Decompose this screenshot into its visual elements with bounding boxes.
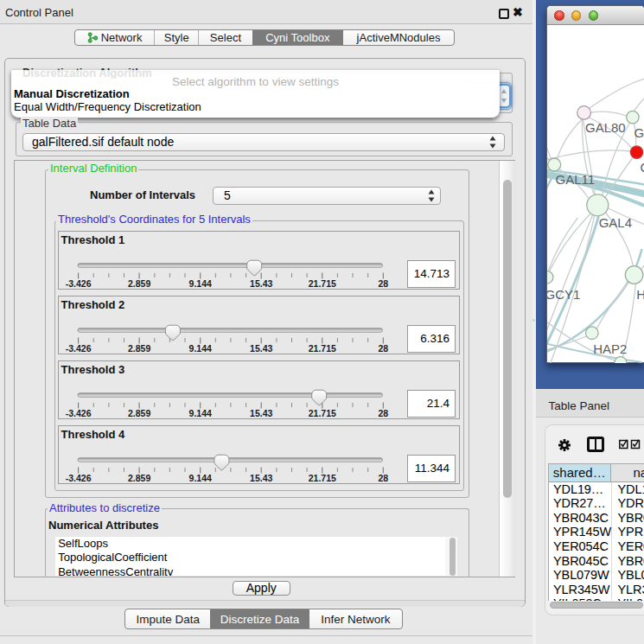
svg-text:2.859: 2.859	[128, 408, 150, 418]
svg-text:-3.426: -3.426	[66, 343, 92, 354]
svg-text:HAP2: HAP2	[593, 341, 627, 356]
svg-text:-3.426: -3.426	[66, 408, 92, 418]
svg-text:15.43: 15.43	[250, 343, 272, 354]
svg-text:9.144: 9.144	[189, 343, 212, 354]
svg-text:-3.426: -3.426	[66, 473, 92, 483]
svg-text:9.144: 9.144	[189, 278, 212, 289]
svg-text:15.43: 15.43	[250, 408, 272, 418]
svg-text:28: 28	[378, 473, 388, 483]
svg-text:GAL80: GAL80	[585, 120, 626, 135]
svg-text:28: 28	[378, 278, 388, 289]
svg-text:28: 28	[378, 408, 388, 418]
svg-text:C: C	[640, 160, 644, 175]
svg-text:21.715: 21.715	[309, 278, 336, 289]
svg-text:21.715: 21.715	[309, 408, 336, 418]
svg-text:15.43: 15.43	[250, 473, 272, 483]
svg-text:9.144: 9.144	[189, 473, 212, 483]
svg-text:GCY1: GCY1	[547, 287, 580, 302]
svg-text:15.43: 15.43	[250, 278, 272, 289]
svg-text:GAL11: GAL11	[555, 172, 595, 187]
svg-text:2.859: 2.859	[128, 278, 150, 289]
svg-text:H: H	[636, 287, 644, 302]
svg-text:GA: GA	[634, 125, 644, 140]
svg-text:9.144: 9.144	[189, 408, 212, 418]
svg-text:2.859: 2.859	[128, 473, 150, 483]
svg-text:-3.426: -3.426	[66, 278, 92, 289]
svg-text:21.715: 21.715	[309, 473, 336, 483]
svg-text:21.715: 21.715	[309, 343, 336, 354]
svg-text:GAL4: GAL4	[598, 215, 631, 230]
svg-text:28: 28	[378, 343, 388, 354]
svg-text:2.859: 2.859	[128, 343, 150, 354]
